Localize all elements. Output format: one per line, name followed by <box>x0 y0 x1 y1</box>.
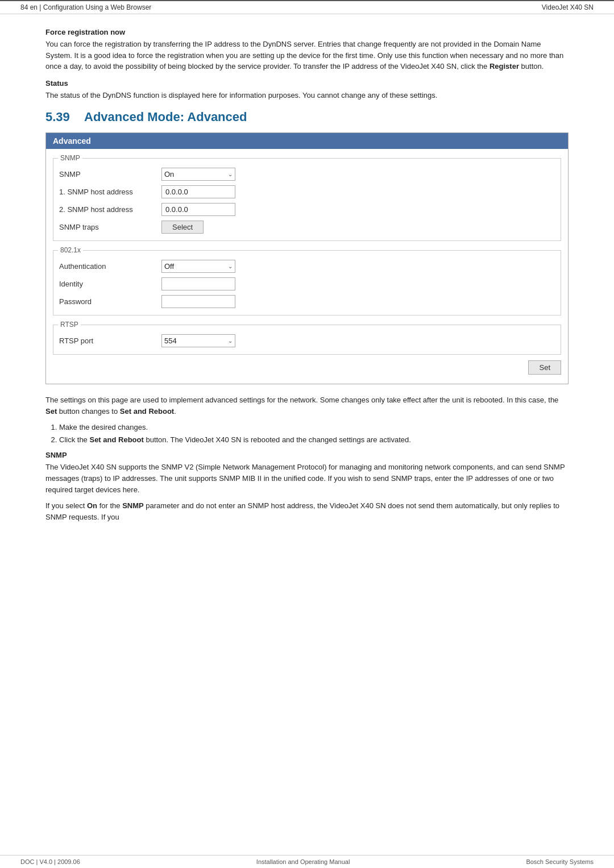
auth-group: 802.1x Authentication Off ⌄ Identity <box>53 250 561 315</box>
step-2: Click the Set and Reboot button. The Vid… <box>59 434 569 446</box>
snmp-group-label: SNMP <box>58 154 82 162</box>
password-input[interactable] <box>161 295 235 308</box>
auth-field-row: Authentication Off ⌄ <box>59 260 555 273</box>
snmp-host1-label: 1. SNMP host address <box>59 188 161 196</box>
snmp-host1-input[interactable] <box>161 185 235 198</box>
rtsp-port-select[interactable]: 554 ⌄ <box>161 334 235 347</box>
snmp-select-control: On ⌄ <box>161 168 235 181</box>
desc-para1: The settings on this page are used to im… <box>45 394 569 417</box>
page-header: 84 en | Configuration Using a Web Browse… <box>0 0 614 14</box>
snmp-traps-select-button[interactable]: Select <box>161 221 204 234</box>
set-button[interactable]: Set <box>528 360 561 375</box>
identity-control <box>161 277 235 290</box>
rtsp-port-arrow: ⌄ <box>228 338 233 344</box>
snmp-desc-para1: The VideoJet X40 SN supports the SNMP V2… <box>45 462 569 496</box>
panel-header: Advanced <box>46 133 568 149</box>
rtsp-port-label: RTSP port <box>59 337 161 345</box>
steps-list: Make the desired changes. Click the Set … <box>59 422 569 446</box>
footer-right: Bosch Security Systems <box>526 858 594 865</box>
advanced-panel: Advanced SNMP SNMP On ⌄ 1. SN <box>45 132 569 384</box>
snmp-select[interactable]: On ⌄ <box>161 168 235 181</box>
header-left: 84 en | Configuration Using a Web Browse… <box>20 3 151 11</box>
snmp-group: SNMP SNMP On ⌄ 1. SNMP host address <box>53 158 561 241</box>
snmp-field-row: SNMP On ⌄ <box>59 168 555 181</box>
identity-label: Identity <box>59 280 161 288</box>
force-registration-body: You can force the registration by transf… <box>45 39 569 72</box>
password-row: Password <box>59 295 555 308</box>
chapter-number: 5.39 <box>45 110 84 124</box>
snmp-section-heading: SNMP <box>45 451 569 459</box>
auth-select-control: Off ⌄ <box>161 260 235 273</box>
footer-center: Installation and Operating Manual <box>256 858 350 865</box>
snmp-select-arrow: ⌄ <box>228 171 233 177</box>
auth-select-value: Off <box>164 262 174 271</box>
snmp-host2-row: 2. SNMP host address <box>59 203 555 216</box>
identity-row: Identity <box>59 277 555 290</box>
snmp-label: SNMP <box>59 170 161 178</box>
snmp-host2-input[interactable] <box>161 203 235 216</box>
status-heading: Status <box>45 79 569 88</box>
rtsp-port-value: 554 <box>164 337 177 345</box>
rtsp-group-label: RTSP <box>58 321 81 329</box>
auth-group-label: 802.1x <box>58 246 83 254</box>
snmp-desc-para2: If you select On for the SNMP parameter … <box>45 500 569 523</box>
chapter-row: 5.39 Advanced Mode: Advanced <box>45 110 569 124</box>
password-control <box>161 295 235 308</box>
auth-select[interactable]: Off ⌄ <box>161 260 235 273</box>
snmp-host1-row: 1. SNMP host address <box>59 185 555 198</box>
rtsp-port-control: 554 ⌄ <box>161 334 235 347</box>
status-body: The status of the DynDNS function is dis… <box>45 90 569 101</box>
rtsp-group: RTSP RTSP port 554 ⌄ <box>53 325 561 355</box>
page-footer: DOC | V4.0 | 2009.06 Installation and Op… <box>0 855 614 868</box>
header-right: VideoJet X40 SN <box>542 3 594 11</box>
footer-left: DOC | V4.0 | 2009.06 <box>20 858 80 865</box>
rtsp-port-row: RTSP port 554 ⌄ <box>59 334 555 347</box>
snmp-host2-control <box>161 203 235 216</box>
snmp-host2-label: 2. SNMP host address <box>59 205 161 214</box>
password-label: Password <box>59 297 161 306</box>
identity-input[interactable] <box>161 277 235 290</box>
main-content: Force registration now You can force the… <box>0 14 614 541</box>
step-1: Make the desired changes. <box>59 422 569 433</box>
auth-label: Authentication <box>59 262 161 271</box>
snmp-select-value: On <box>164 170 174 178</box>
snmp-traps-control: Select <box>161 221 204 234</box>
chapter-title: Advanced Mode: Advanced <box>84 110 247 124</box>
snmp-traps-label: SNMP traps <box>59 223 161 231</box>
force-registration-heading: Force registration now <box>45 28 569 36</box>
auth-select-arrow: ⌄ <box>228 263 233 269</box>
snmp-host1-control <box>161 185 235 198</box>
panel-body: SNMP SNMP On ⌄ 1. SNMP host address <box>46 149 568 384</box>
snmp-traps-row: SNMP traps Select <box>59 221 555 234</box>
